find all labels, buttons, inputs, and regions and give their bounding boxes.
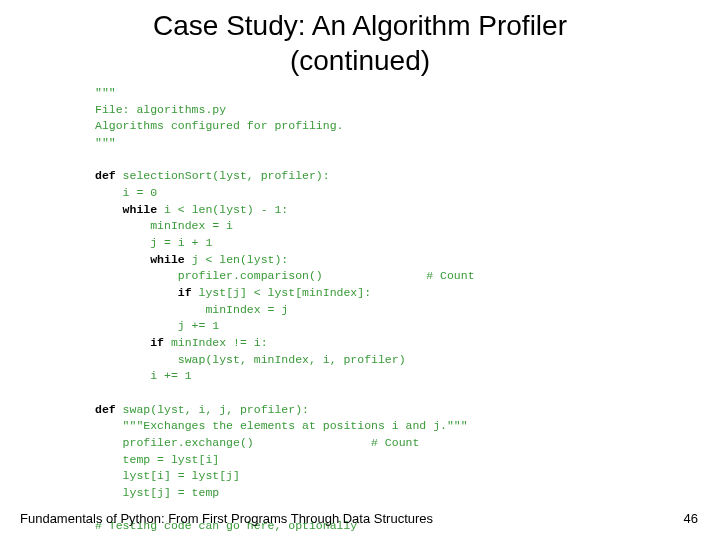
- code-line: temp = lyst[i]: [95, 453, 219, 466]
- code-line: swap(lyst, minIndex, i, profiler): [95, 353, 406, 366]
- title-line-1: Case Study: An Algorithm Profiler: [153, 10, 567, 41]
- code-line: profiler.comparison() # Count: [95, 269, 475, 282]
- code-line: swap(lyst, i, j, profiler):: [116, 403, 309, 416]
- keyword-if: if: [178, 286, 192, 299]
- code-line: """: [95, 136, 116, 149]
- code-line: j < len(lyst):: [185, 253, 289, 266]
- keyword-def: def: [95, 403, 116, 416]
- code-indent: [95, 203, 123, 216]
- code-line: i = 0: [95, 186, 157, 199]
- slide-title: Case Study: An Algorithm Profiler (conti…: [0, 0, 720, 78]
- code-line: minIndex = i: [95, 219, 233, 232]
- code-line: profiler.exchange() # Count: [95, 436, 419, 449]
- page-number: 46: [684, 511, 698, 526]
- code-line: lyst[i] = lyst[j]: [95, 469, 240, 482]
- title-line-2: (continued): [290, 45, 430, 76]
- code-line: """Exchanges the elements at positions i…: [95, 419, 468, 432]
- code-indent: [95, 286, 178, 299]
- code-line: j += 1: [95, 319, 219, 332]
- code-line: Algorithms configured for profiling.: [95, 119, 343, 132]
- keyword-while: while: [123, 203, 158, 216]
- code-line: i += 1: [95, 369, 192, 382]
- code-line: lyst[j] = temp: [95, 486, 219, 499]
- code-line: selectionSort(lyst, profiler):: [116, 169, 330, 182]
- keyword-def: def: [95, 169, 116, 182]
- slide: Case Study: An Algorithm Profiler (conti…: [0, 0, 720, 540]
- code-line: minIndex != i:: [164, 336, 268, 349]
- code-line: """: [95, 86, 116, 99]
- code-indent: [95, 253, 150, 266]
- code-line: j = i + 1: [95, 236, 212, 249]
- code-line: minIndex = j: [95, 303, 288, 316]
- code-indent: [95, 336, 150, 349]
- code-line: lyst[j] < lyst[minIndex]:: [192, 286, 371, 299]
- keyword-while: while: [150, 253, 185, 266]
- code-line: i < len(lyst) - 1:: [157, 203, 288, 216]
- footer-text: Fundamentals of Python: From First Progr…: [20, 511, 433, 526]
- code-line: File: algorithms.py: [95, 103, 226, 116]
- code-listing: """ File: algorithms.py Algorithms confi…: [95, 85, 475, 535]
- keyword-if: if: [150, 336, 164, 349]
